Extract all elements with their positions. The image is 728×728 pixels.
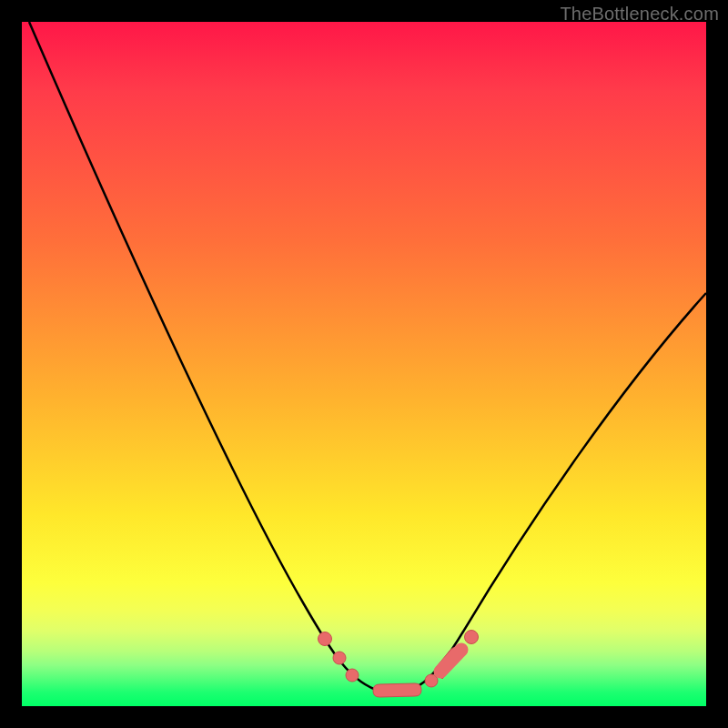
marker-dot — [465, 631, 479, 644]
bottleneck-curve-svg — [22, 22, 706, 706]
marker-dot — [346, 669, 359, 682]
chart-frame: TheBottleneck.com — [0, 0, 728, 728]
marker-capsule — [373, 683, 421, 697]
watermark-text: TheBottleneck.com — [560, 4, 719, 25]
plot-area — [22, 22, 706, 706]
marker-dot — [333, 652, 346, 664]
marker-dot — [318, 632, 332, 646]
bottleneck-curve-path — [29, 22, 706, 693]
